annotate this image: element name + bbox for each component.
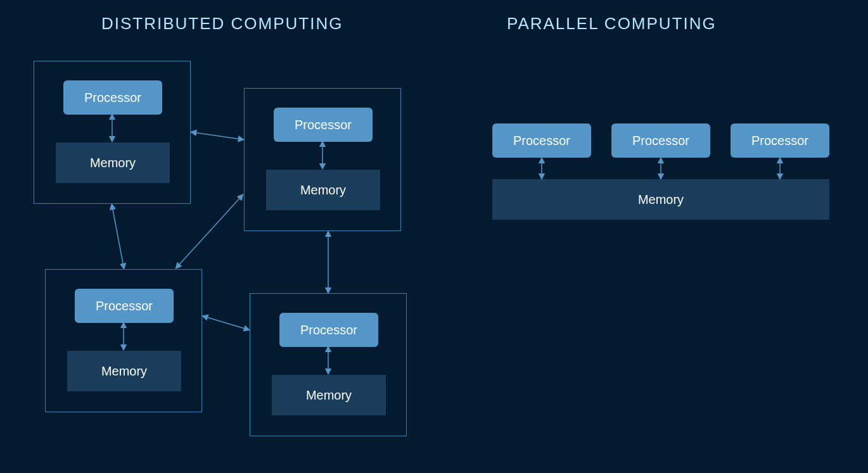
arrow-n1-n2 (193, 132, 241, 139)
distributed-node-1: Processor Memory (34, 61, 191, 204)
parallel-processor-1: Processor (492, 123, 591, 158)
memory-box: Memory (266, 170, 380, 210)
arrow-n3-n2 (177, 196, 241, 267)
arrow-n1-n3 (112, 206, 124, 267)
parallel-processor-3: Processor (731, 123, 829, 158)
memory-box: Memory (67, 351, 181, 391)
processor-box: Processor (75, 289, 174, 323)
processor-box: Processor (63, 80, 162, 115)
title-parallel: PARALLEL COMPUTING (507, 14, 717, 34)
memory-box: Memory (272, 375, 386, 415)
distributed-node-2: Processor Memory (244, 88, 401, 231)
distributed-node-4: Processor Memory (250, 293, 407, 436)
processor-box: Processor (279, 313, 378, 347)
title-distributed: DISTRIBUTED COMPUTING (101, 14, 343, 34)
parallel-processor-2: Processor (611, 123, 710, 158)
processor-box: Processor (274, 108, 373, 142)
distributed-node-3: Processor Memory (45, 269, 202, 412)
memory-box: Memory (56, 142, 170, 183)
parallel-shared-memory: Memory (492, 179, 829, 220)
arrow-n3-n4 (205, 317, 247, 329)
